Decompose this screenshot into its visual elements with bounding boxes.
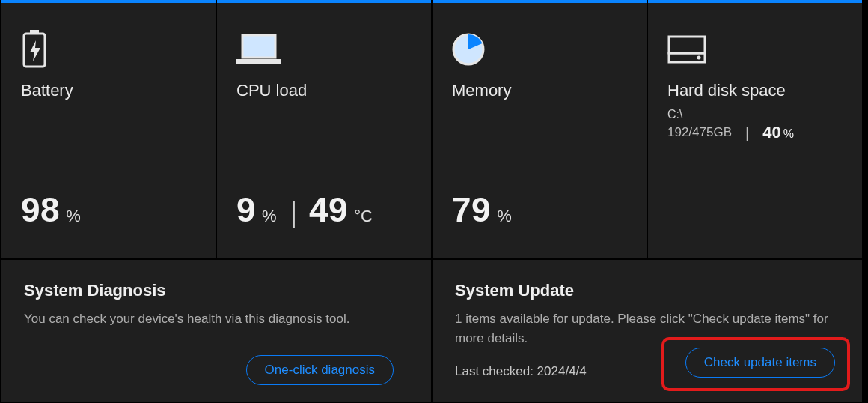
svg-rect-3 [242, 35, 275, 58]
memory-unit: % [497, 207, 512, 226]
disk-title: Hard disk space [667, 81, 843, 100]
memory-value: 79 [452, 190, 491, 230]
cpu-value-row: 9 % | 49 °C [236, 190, 412, 243]
value-separator: | [290, 197, 297, 228]
svg-rect-4 [236, 59, 281, 64]
battery-value-row: 98 % [21, 190, 196, 243]
svg-rect-6 [669, 37, 705, 53]
bottom-panels: System Diagnosis You can check your devi… [0, 258, 868, 403]
diagnosis-title: System Diagnosis [24, 281, 412, 300]
diagnosis-desc: You can check your device's health via t… [24, 309, 412, 329]
cpu-card[interactable]: CPU load 9 % | 49 °C [217, 0, 431, 258]
cpu-temp-unit: °C [354, 207, 373, 226]
disk-drive-label: C:\ [667, 108, 843, 121]
battery-icon [21, 28, 196, 70]
cpu-unit: % [262, 207, 277, 226]
disk-usage-row: 192/475GB | 40% [667, 123, 843, 142]
dashboard: Battery 98 % CPU load 9 % | 49 °C [0, 0, 868, 403]
system-update-panel: System Update 1 items available for upda… [433, 260, 862, 402]
update-title: System Update [455, 281, 843, 300]
one-click-diagnosis-button[interactable]: One-click diagnosis [246, 355, 394, 385]
disk-separator: | [745, 124, 749, 142]
battery-unit: % [66, 207, 81, 226]
svg-marker-2 [30, 40, 40, 61]
cpu-title: CPU load [236, 81, 412, 100]
disk-percent-value: 40 [762, 123, 780, 142]
disk-usage: 192/475GB [667, 125, 732, 140]
system-diagnosis-panel: System Diagnosis You can check your devi… [1, 260, 431, 402]
disk-percent-unit: % [783, 127, 794, 140]
laptop-icon [236, 28, 412, 70]
cpu-temp-value: 49 [309, 190, 348, 230]
svg-point-8 [697, 56, 701, 60]
drive-icon [667, 28, 843, 70]
cpu-value: 9 [236, 190, 256, 230]
update-desc: 1 items available for update. Please cli… [455, 309, 843, 348]
battery-value: 98 [21, 190, 60, 230]
status-cards-row: Battery 98 % CPU load 9 % | 49 °C [0, 0, 868, 258]
memory-title: Memory [452, 81, 627, 100]
check-update-items-button[interactable]: Check update items [685, 348, 835, 378]
memory-value-row: 79 % [452, 190, 627, 243]
disk-card[interactable]: Hard disk space C:\ 192/475GB | 40% [648, 0, 862, 258]
battery-card[interactable]: Battery 98 % [1, 0, 216, 258]
memory-card[interactable]: Memory 79 % [433, 0, 647, 258]
disk-percent: 40% [762, 123, 794, 142]
pie-icon [452, 28, 627, 70]
battery-title: Battery [21, 81, 196, 100]
